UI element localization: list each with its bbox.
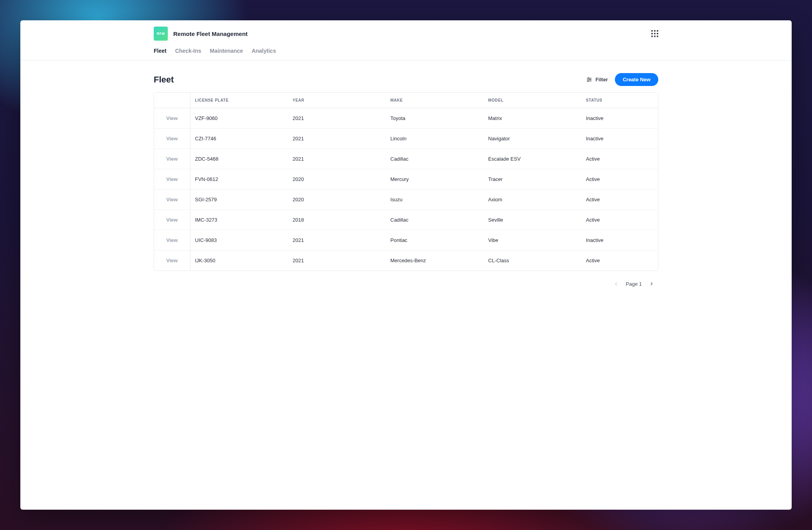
cell-make: Mercedes-Benz xyxy=(386,251,483,271)
cell-year: 2021 xyxy=(288,108,386,129)
cell-model: Seville xyxy=(483,210,581,230)
view-link[interactable]: View xyxy=(154,210,190,230)
cell-plate: VZF-9060 xyxy=(190,108,288,129)
cell-year: 2018 xyxy=(288,210,386,230)
cell-year: 2021 xyxy=(288,149,386,169)
chevron-right-icon xyxy=(649,281,654,286)
view-link[interactable]: View xyxy=(154,169,190,190)
page-actions: Filter Create New xyxy=(586,73,658,86)
cell-status: Active xyxy=(581,251,658,271)
cell-make: Cadillac xyxy=(386,210,483,230)
table-header-row: License Plate Year Make Model Status xyxy=(154,93,658,108)
cell-model: Matrix xyxy=(483,108,581,129)
cell-year: 2020 xyxy=(288,190,386,210)
tab-check-ins[interactable]: Check-Ins xyxy=(175,48,201,54)
cell-model: Axiom xyxy=(483,190,581,210)
view-link[interactable]: View xyxy=(154,108,190,129)
cell-model: Vibe xyxy=(483,230,581,251)
svg-point-1 xyxy=(588,78,589,79)
brand: RFM Remote Fleet Management xyxy=(154,27,248,41)
tab-fleet[interactable]: Fleet xyxy=(154,48,167,54)
table-row: ViewSGI-25792020IsuzuAxiomActive xyxy=(154,190,658,210)
col-header-view xyxy=(154,93,190,108)
cell-make: Pontiac xyxy=(386,230,483,251)
table-row: ViewIJK-30502021Mercedes-BenzCL-ClassAct… xyxy=(154,251,658,271)
cell-status: Inactive xyxy=(581,129,658,149)
cell-make: Isuzu xyxy=(386,190,483,210)
cell-year: 2021 xyxy=(288,251,386,271)
cell-plate: IMC-3273 xyxy=(190,210,288,230)
pagination: Page 1 xyxy=(154,271,658,288)
filter-label: Filter xyxy=(595,77,608,82)
view-link[interactable]: View xyxy=(154,251,190,271)
cell-plate: FVN-0612 xyxy=(190,169,288,190)
apps-grid-icon[interactable] xyxy=(651,30,658,37)
col-header-model[interactable]: Model xyxy=(483,93,581,108)
table-row: ViewCZI-77462021LincolnNavigatorInactive xyxy=(154,129,658,149)
table-row: ViewZDC-54682021CadillacEscalade ESVActi… xyxy=(154,149,658,169)
cell-model: Tracer xyxy=(483,169,581,190)
filter-button[interactable]: Filter xyxy=(586,77,608,82)
cell-model: CL-Class xyxy=(483,251,581,271)
table-row: ViewFVN-06122020MercuryTracerActive xyxy=(154,169,658,190)
cell-model: Escalade ESV xyxy=(483,149,581,169)
table-row: ViewVZF-90602021ToyotaMatrixInactive xyxy=(154,108,658,129)
col-header-status[interactable]: Status xyxy=(581,93,658,108)
cell-year: 2021 xyxy=(288,129,386,149)
cell-year: 2020 xyxy=(288,169,386,190)
svg-point-3 xyxy=(590,79,591,80)
cell-year: 2021 xyxy=(288,230,386,251)
cell-plate: IJK-3050 xyxy=(190,251,288,271)
col-header-make[interactable]: Make xyxy=(386,93,483,108)
cell-plate: CZI-7746 xyxy=(190,129,288,149)
cell-make: Cadillac xyxy=(386,149,483,169)
page-label: Page 1 xyxy=(626,281,642,287)
brand-logo-text: RFM xyxy=(157,32,165,36)
svg-point-5 xyxy=(588,81,589,82)
cell-make: Lincoln xyxy=(386,129,483,149)
page-prev-button[interactable] xyxy=(612,279,620,288)
title-row: Fleet Filter Create New xyxy=(154,61,658,92)
tab-maintenance[interactable]: Maintenance xyxy=(210,48,243,54)
app-header: RFM Remote Fleet Management xyxy=(154,20,658,45)
tab-analytics[interactable]: Analytics xyxy=(252,48,276,54)
cell-status: Inactive xyxy=(581,230,658,251)
view-link[interactable]: View xyxy=(154,149,190,169)
cell-status: Active xyxy=(581,149,658,169)
cell-status: Active xyxy=(581,210,658,230)
col-header-year[interactable]: Year xyxy=(288,93,386,108)
cell-model: Navigator xyxy=(483,129,581,149)
cell-make: Mercury xyxy=(386,169,483,190)
cell-status: Active xyxy=(581,169,658,190)
cell-status: Active xyxy=(581,190,658,210)
filter-icon xyxy=(586,77,592,82)
brand-logo: RFM xyxy=(154,27,168,41)
cell-plate: SGI-2579 xyxy=(190,190,288,210)
cell-make: Toyota xyxy=(386,108,483,129)
create-new-button[interactable]: Create New xyxy=(615,73,658,86)
page-next-button[interactable] xyxy=(647,279,656,288)
cell-plate: ZDC-5468 xyxy=(190,149,288,169)
view-link[interactable]: View xyxy=(154,190,190,210)
chevron-left-icon xyxy=(614,281,618,286)
brand-title: Remote Fleet Management xyxy=(173,30,248,37)
cell-status: Inactive xyxy=(581,108,658,129)
cell-plate: UIC-9083 xyxy=(190,230,288,251)
view-link[interactable]: View xyxy=(154,129,190,149)
nav-tabs: Fleet Check-Ins Maintenance Analytics xyxy=(154,45,658,60)
col-header-plate[interactable]: License Plate xyxy=(190,93,288,108)
fleet-table: License Plate Year Make Model Status Vie… xyxy=(154,92,658,271)
table-row: ViewIMC-32732018CadillacSevilleActive xyxy=(154,210,658,230)
table-row: ViewUIC-90832021PontiacVibeInactive xyxy=(154,230,658,251)
page-title: Fleet xyxy=(154,75,174,85)
app-card: RFM Remote Fleet Management Fleet Check-… xyxy=(20,20,792,510)
view-link[interactable]: View xyxy=(154,230,190,251)
